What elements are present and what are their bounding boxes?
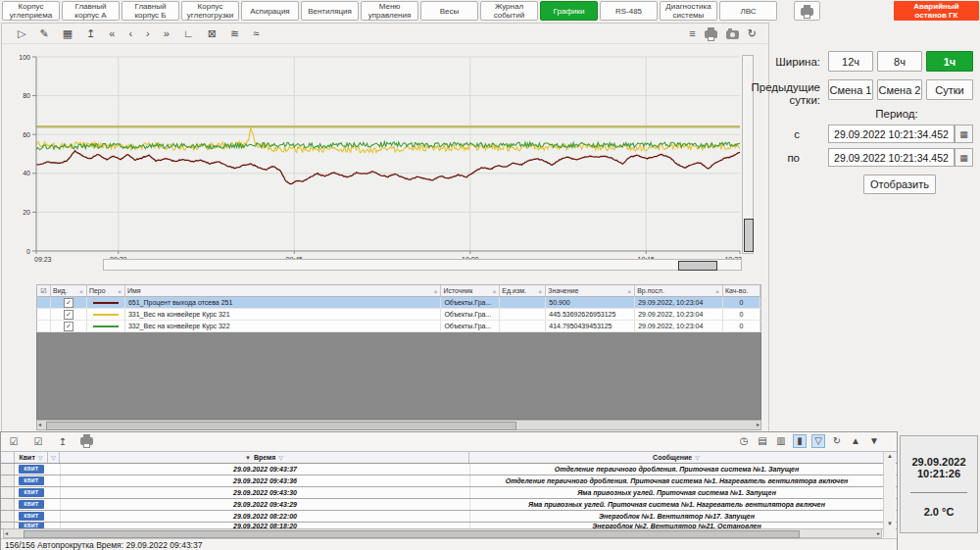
play-icon[interactable]: ▷ bbox=[18, 25, 25, 42]
log-funnel-icon[interactable]: ▽ bbox=[811, 434, 825, 448]
prev-day-button-1[interactable]: Смена 1 bbox=[828, 79, 873, 100]
pen-color-cell[interactable] bbox=[87, 297, 125, 308]
log-hscroll-thumb[interactable] bbox=[24, 530, 800, 538]
log-ack-icon[interactable]: ☑ bbox=[7, 435, 21, 449]
log-calendar-icon[interactable]: ▤ bbox=[756, 434, 769, 448]
next-icon[interactable]: › bbox=[146, 25, 150, 42]
scroll-right-icon[interactable]: ▸ bbox=[757, 421, 760, 429]
pen-color-cell[interactable] bbox=[87, 309, 125, 320]
list-icon[interactable]: ≡ bbox=[689, 25, 695, 42]
pen-row-3[interactable]: ✓332_Вес на конвейере Курс 322Объекты.Гр… bbox=[36, 321, 761, 332]
prev-icon[interactable]: ‹ bbox=[128, 25, 132, 42]
pen-visibility-checkbox[interactable]: ✓ bbox=[64, 322, 74, 331]
pen-row-1[interactable]: ✓651_Процент выхода отсева 251Объекты.Гр… bbox=[36, 297, 761, 309]
chart-hscroll-thumb[interactable] bbox=[678, 261, 717, 271]
ack-button[interactable]: КВИТ bbox=[19, 488, 44, 497]
tab-8[interactable]: Весы bbox=[420, 1, 478, 21]
pen-table-column-Ед.изм.[interactable]: Ед.изм.▲ bbox=[500, 285, 546, 296]
axes-icon[interactable]: ∟ bbox=[183, 25, 194, 42]
camera-icon[interactable] bbox=[726, 30, 739, 39]
curves-fill-icon[interactable]: ≈ bbox=[253, 25, 259, 42]
log-export-icon[interactable]: ↥ bbox=[56, 435, 70, 449]
log-clock-icon[interactable]: ◷ bbox=[737, 434, 751, 448]
log-refresh-icon[interactable]: ↻ bbox=[830, 434, 844, 448]
tab-1[interactable]: Корпус углеприема bbox=[2, 1, 60, 21]
pen-row-2[interactable]: ✓331_Вес на конвейере Курс 321Объекты.Гр… bbox=[36, 309, 761, 321]
chart-horizontal-scrollbar[interactable] bbox=[103, 259, 742, 271]
pen-table-hscroll-thumb[interactable] bbox=[46, 422, 516, 430]
pen-visibility-checkbox[interactable]: ✓ bbox=[64, 298, 74, 308]
scroll-left-icon[interactable]: ◂ bbox=[38, 421, 41, 429]
scroll-left-icon[interactable]: ◂ bbox=[5, 529, 8, 538]
printer-icon[interactable] bbox=[705, 30, 717, 38]
log-row-4[interactable]: КВИТ29.09.2022 09:43:29Яма привозных угл… bbox=[1, 499, 897, 511]
scroll-up-icon[interactable]: ▲ bbox=[884, 452, 896, 461]
pen-visibility-checkbox[interactable]: ✓ bbox=[64, 310, 74, 320]
filter-icon[interactable]: ▽ bbox=[695, 454, 700, 461]
pen-table-column-Перо[interactable]: Перо▲ bbox=[87, 285, 125, 296]
display-button[interactable]: Отобразить bbox=[863, 175, 936, 194]
tab-3[interactable]: Главный корпус Б bbox=[122, 1, 179, 21]
pen-visibility-cell[interactable]: ✓ bbox=[51, 309, 87, 320]
log-header-filter[interactable]: ▽ bbox=[48, 452, 60, 463]
filter-icon[interactable]: ▽ bbox=[51, 454, 56, 461]
pen-table-column-Имя[interactable]: Имя▲ bbox=[125, 285, 442, 296]
log-header-message[interactable]: Сообщение ▽ bbox=[469, 452, 883, 463]
print-page-button[interactable] bbox=[794, 1, 820, 21]
log-up-icon[interactable]: ▲ bbox=[849, 434, 862, 448]
scroll-down-icon[interactable]: ▼ bbox=[884, 520, 896, 528]
log-book-icon[interactable]: ▮ bbox=[793, 434, 807, 448]
pen-table-column-Источник[interactable]: Источник▲ bbox=[441, 285, 500, 296]
tab-5[interactable]: Аспирация bbox=[241, 1, 299, 21]
last-icon[interactable]: » bbox=[164, 25, 170, 42]
log-vertical-scrollbar[interactable]: ▲ ▼ bbox=[883, 452, 896, 537]
prev-day-button-2[interactable]: Смена 2 bbox=[877, 79, 922, 100]
log-header-ack[interactable]: Квит ▽ bbox=[15, 452, 48, 463]
trend-tree-icon[interactable]: ✎ bbox=[39, 25, 48, 42]
log-horizontal-scrollbar[interactable]: ◂ ▸ bbox=[3, 528, 882, 538]
prev-day-button-3[interactable]: Сутки bbox=[926, 79, 973, 100]
log-ack-all-icon[interactable]: ☑ bbox=[31, 435, 45, 449]
scroll-right-icon[interactable]: ▸ bbox=[877, 529, 880, 538]
from-date-input[interactable]: 29.09.2022 10:21:34.452 bbox=[828, 125, 955, 143]
log-row-2[interactable]: КВИТ29.09.2022 09:43:36Отделение первичн… bbox=[1, 475, 897, 487]
filter-icon[interactable]: ▽ bbox=[278, 454, 283, 461]
pen-visibility-cell[interactable]: ✓ bbox=[51, 297, 87, 308]
width-button-1ч[interactable]: 1ч bbox=[926, 51, 973, 72]
ack-button[interactable]: КВИТ bbox=[19, 465, 44, 474]
tab-13[interactable]: ЛВС bbox=[719, 1, 777, 21]
pen-color-cell[interactable] bbox=[87, 321, 125, 331]
export-icon[interactable]: ↥ bbox=[86, 25, 95, 42]
table-icon[interactable]: ▦ bbox=[63, 25, 73, 42]
pen-table-column-Вр.посл.[interactable]: Вр.посл.▲ bbox=[635, 285, 723, 296]
to-date-input[interactable]: 29.09.2022 10:21:34.452 bbox=[828, 148, 955, 167]
first-icon[interactable]: « bbox=[109, 25, 115, 42]
ack-button[interactable]: КВИТ bbox=[19, 512, 44, 521]
pen-table-column-check[interactable]: ☑ bbox=[37, 285, 51, 296]
width-button-12ч[interactable]: 12ч bbox=[828, 51, 873, 72]
tab-6[interactable]: Вентиляция bbox=[301, 1, 359, 21]
trend-chart[interactable]: 02040608010009:2309:3009:4510:0010:1510:… bbox=[2, 44, 769, 262]
curves-icon[interactable]: ≋ bbox=[230, 25, 239, 42]
ack-button[interactable]: КВИТ bbox=[19, 476, 44, 485]
tab-11[interactable]: RS-485 bbox=[600, 1, 658, 21]
log-printer-icon[interactable] bbox=[80, 437, 93, 445]
filter-icon[interactable]: ▽ bbox=[38, 454, 43, 461]
to-calendar-button[interactable]: ▦ bbox=[955, 148, 973, 167]
from-calendar-button[interactable]: ▦ bbox=[955, 125, 973, 143]
tab-10[interactable]: Графики bbox=[540, 1, 598, 21]
tab-4[interactable]: Корпус углепогрузки bbox=[181, 1, 239, 21]
ack-button[interactable]: КВИТ bbox=[19, 500, 44, 509]
pen-table-column-Кач-во.[interactable]: Кач-во. bbox=[723, 285, 760, 296]
log-doc-icon[interactable]: ▥ bbox=[774, 434, 788, 448]
tab-9[interactable]: Журнал событий bbox=[480, 1, 538, 21]
axes-off-icon[interactable]: ⊠ bbox=[208, 25, 217, 42]
pen-table-column-Значение[interactable]: Значение▲ bbox=[546, 285, 635, 296]
pen-table-column-Вид.[interactable]: Вид.▲ bbox=[51, 285, 87, 296]
tab-12[interactable]: Диагностика системы bbox=[660, 1, 717, 21]
width-button-8ч[interactable]: 8ч bbox=[877, 51, 922, 72]
refresh-icon[interactable]: ↻ bbox=[748, 25, 757, 42]
log-down-icon[interactable]: ▼ bbox=[867, 434, 881, 448]
tab-7[interactable]: Меню управления bbox=[361, 1, 418, 21]
tab-2[interactable]: Главный корпус А bbox=[62, 1, 120, 21]
